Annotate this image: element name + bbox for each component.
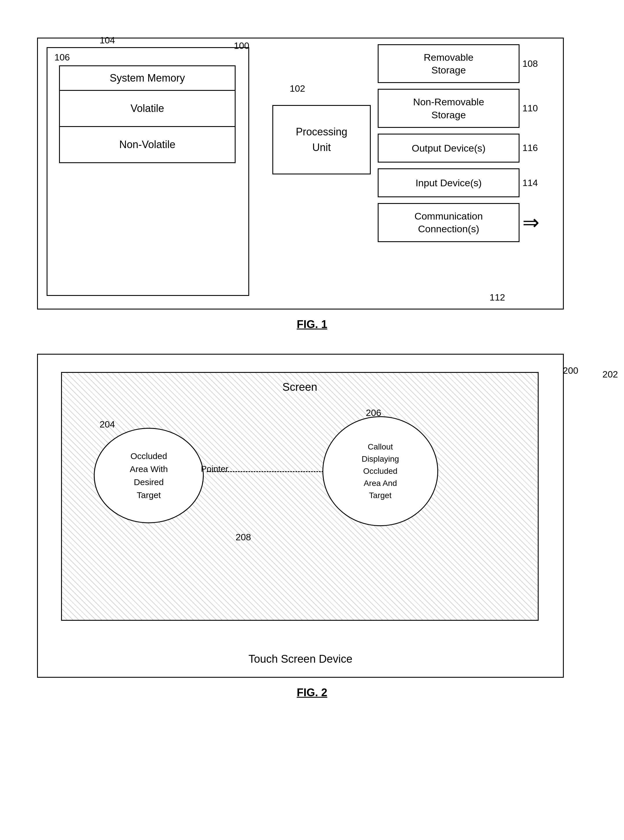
system-memory-box: System Memory Volatile Non-Volatile <box>59 65 236 163</box>
pointer-line <box>207 471 331 472</box>
fig1-outer-box: 104 System Memory Volatile Non-Volatile … <box>37 38 564 310</box>
label-110: 110 <box>522 103 538 114</box>
label-200: 200 <box>563 365 578 376</box>
label-208: 208 <box>236 532 251 543</box>
processing-unit-label: ProcessingUnit <box>296 124 347 155</box>
label-206: 206 <box>366 408 381 418</box>
callout-circle: CalloutDisplayingOccludedArea AndTarget <box>323 416 438 526</box>
non-removable-storage-row: Non-RemovableStorage 110 <box>378 89 557 128</box>
input-devices-box: Input Device(s) <box>378 168 519 197</box>
label-104: 104 <box>100 35 115 46</box>
communication-row: CommunicationConnection(s) ⇒ <box>378 203 557 242</box>
communication-box: CommunicationConnection(s) <box>378 203 519 242</box>
screen-area: Screen OccludedArea WithDesiredTarget 20… <box>61 372 539 621</box>
communication-arrow: ⇒ <box>522 212 539 233</box>
label-202: 202 <box>602 369 618 380</box>
fig1-container: 106 100 104 System Memory Volatile Non-V… <box>37 38 587 331</box>
output-devices-box: Output Device(s) <box>378 134 519 163</box>
volatile-row: Volatile <box>60 91 235 127</box>
processing-unit-box: ProcessingUnit <box>272 105 371 174</box>
occluded-area-circle: OccludedArea WithDesiredTarget <box>94 428 204 523</box>
fig2-container: 200 202 Screen OccludedArea WithDesiredT… <box>37 354 587 699</box>
output-devices-row: Output Device(s) 116 <box>378 134 557 163</box>
label-102: 102 <box>290 83 305 94</box>
input-devices-row: Input Device(s) 114 <box>378 168 557 197</box>
label-112: 112 <box>490 292 505 303</box>
label-116: 116 <box>522 143 538 153</box>
pointer-label: Pointer <box>201 464 229 474</box>
non-removable-storage-box: Non-RemovableStorage <box>378 89 519 128</box>
fig1-caption: FIG. 1 <box>37 318 587 331</box>
label-114: 114 <box>522 177 538 188</box>
occluded-area-text: OccludedArea WithDesiredTarget <box>130 450 168 502</box>
removable-storage-box: RemovableStorage <box>378 44 519 83</box>
fig2-outer-box: 202 Screen OccludedArea WithDesiredTarge… <box>37 354 564 678</box>
label-204: 204 <box>100 419 115 430</box>
screen-label: Screen <box>283 381 317 393</box>
label-108: 108 <box>522 59 538 69</box>
right-boxes: RemovableStorage 108 Non-RemovableStorag… <box>378 44 557 242</box>
system-memory-title: System Memory <box>60 66 235 91</box>
removable-storage-row: RemovableStorage 108 <box>378 44 557 83</box>
fig2-caption: FIG. 2 <box>37 686 587 699</box>
callout-text: CalloutDisplayingOccludedArea AndTarget <box>361 441 399 502</box>
touch-screen-label: Touch Screen Device <box>248 653 352 665</box>
fig1-inner-left-box: 104 System Memory Volatile Non-Volatile <box>46 47 249 296</box>
non-volatile-row: Non-Volatile <box>60 127 235 162</box>
